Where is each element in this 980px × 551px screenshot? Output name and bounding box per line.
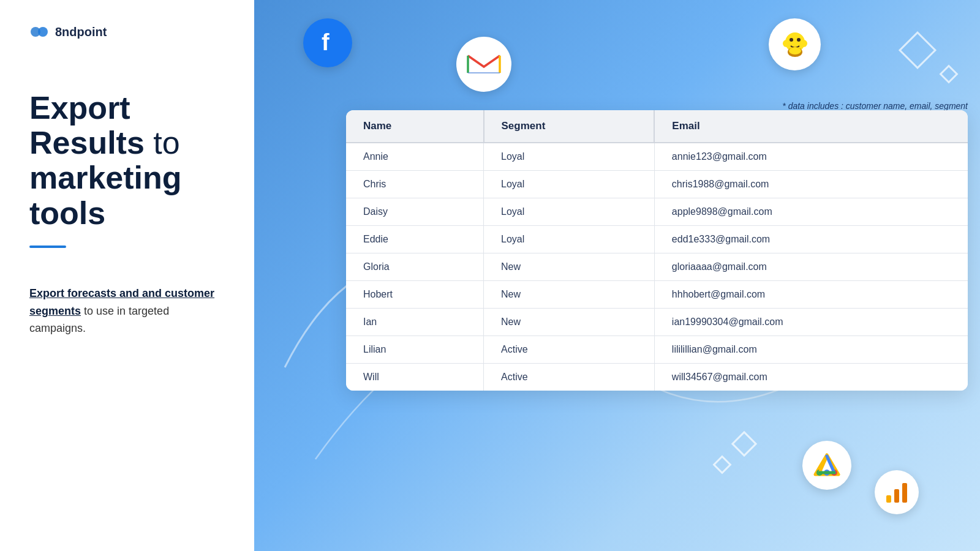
table-cell-email: lililillian@gmail.com <box>654 336 968 364</box>
table-cell-email: ian19990304@gmail.com <box>654 309 968 336</box>
headline-to: to <box>153 125 179 160</box>
table-row: LilianActivelililillian@gmail.com <box>346 336 968 364</box>
col-header-email: Email <box>654 110 968 143</box>
table-cell-name: Ian <box>346 309 484 336</box>
table-cell-segment: Loyal <box>484 226 655 253</box>
svg-text:f: f <box>322 29 330 55</box>
table-cell-segment: Active <box>484 336 655 364</box>
table-cell-name: Hobert <box>346 281 484 309</box>
table-row: HobertNewhhhobert@gmail.com <box>346 281 968 309</box>
svg-point-9 <box>800 40 807 47</box>
table-header-row: Name Segment Email <box>346 110 968 143</box>
google-ads-icon <box>802 441 851 490</box>
data-note: * data includes : customer name, email, … <box>782 101 968 111</box>
table-cell-email: annie123@gmail.com <box>654 143 968 171</box>
svg-point-7 <box>789 47 801 54</box>
col-header-segment: Segment <box>484 110 655 143</box>
table-row: AnnieLoyalannie123@gmail.com <box>346 143 968 171</box>
svg-point-4 <box>790 38 793 42</box>
headline-export: Export <box>29 90 130 126</box>
svg-rect-15 <box>886 495 891 503</box>
table-row: IanNewian19990304@gmail.com <box>346 309 968 336</box>
gmail-icon <box>456 37 511 92</box>
table-container: Name Segment Email AnnieLoyalannie123@gm… <box>346 110 968 391</box>
table-row: EddieLoyaledd1e333@gmail.com <box>346 226 968 253</box>
table-cell-name: Will <box>346 364 484 391</box>
diamond-bottom-mid <box>731 431 757 457</box>
diamond-top-right <box>899 31 937 69</box>
table-cell-email: hhhobert@gmail.com <box>654 281 968 309</box>
table-row: GloriaNewgloriaaaa@gmail.com <box>346 253 968 281</box>
table-cell-email: apple9898@gmail.com <box>654 198 968 226</box>
table-cell-name: Chris <box>346 171 484 198</box>
table-cell-name: Eddie <box>346 226 484 253</box>
facebook-icon: f <box>303 18 352 67</box>
analytics-icon <box>875 470 919 514</box>
left-panel: 8ndpoint Export Results to marketing too… <box>0 0 254 551</box>
svg-point-8 <box>783 40 790 47</box>
logo-text: 8ndpoint <box>55 25 107 39</box>
table-cell-name: Gloria <box>346 253 484 281</box>
svg-rect-17 <box>902 483 907 503</box>
data-table: Name Segment Email AnnieLoyalannie123@gm… <box>346 110 968 391</box>
svg-rect-16 <box>894 489 899 503</box>
svg-point-5 <box>797 38 801 42</box>
diamond-bottom-small <box>712 455 731 474</box>
table-cell-segment: New <box>484 309 655 336</box>
table-cell-segment: New <box>484 281 655 309</box>
logo-icon <box>29 22 49 42</box>
table-cell-email: will34567@gmail.com <box>654 364 968 391</box>
table-cell-email: chris1988@gmail.com <box>654 171 968 198</box>
table-body: AnnieLoyalannie123@gmail.comChrisLoyalch… <box>346 143 968 391</box>
table-row: ChrisLoyalchris1988@gmail.com <box>346 171 968 198</box>
headline-results: Results <box>29 125 145 160</box>
table-cell-segment: New <box>484 253 655 281</box>
mailchimp-icon <box>769 18 821 70</box>
table-cell-segment: Loyal <box>484 143 655 171</box>
headline-marketing-tools: marketing tools <box>29 160 182 230</box>
col-header-name: Name <box>346 110 484 143</box>
table-cell-segment: Active <box>484 364 655 391</box>
diamond-top-right-2 <box>939 64 958 83</box>
table-row: WillActivewill34567@gmail.com <box>346 364 968 391</box>
description: Export forecasts and and customer segmen… <box>29 285 225 337</box>
table-cell-segment: Loyal <box>484 198 655 226</box>
table-cell-email: gloriaaaa@gmail.com <box>654 253 968 281</box>
table-cell-name: Daisy <box>346 198 484 226</box>
headline: Export Results to marketing tools <box>29 91 225 231</box>
table-cell-segment: Loyal <box>484 171 655 198</box>
logo-area: 8ndpoint <box>29 22 225 42</box>
right-panel: f * data includes : customer name, email… <box>254 0 980 551</box>
table-cell-email: edd1e333@gmail.com <box>654 226 968 253</box>
svg-point-1 <box>38 27 48 37</box>
table-cell-name: Lilian <box>346 336 484 364</box>
table-cell-name: Annie <box>346 143 484 171</box>
table-row: DaisyLoyalapple9898@gmail.com <box>346 198 968 226</box>
divider-line <box>29 246 66 248</box>
